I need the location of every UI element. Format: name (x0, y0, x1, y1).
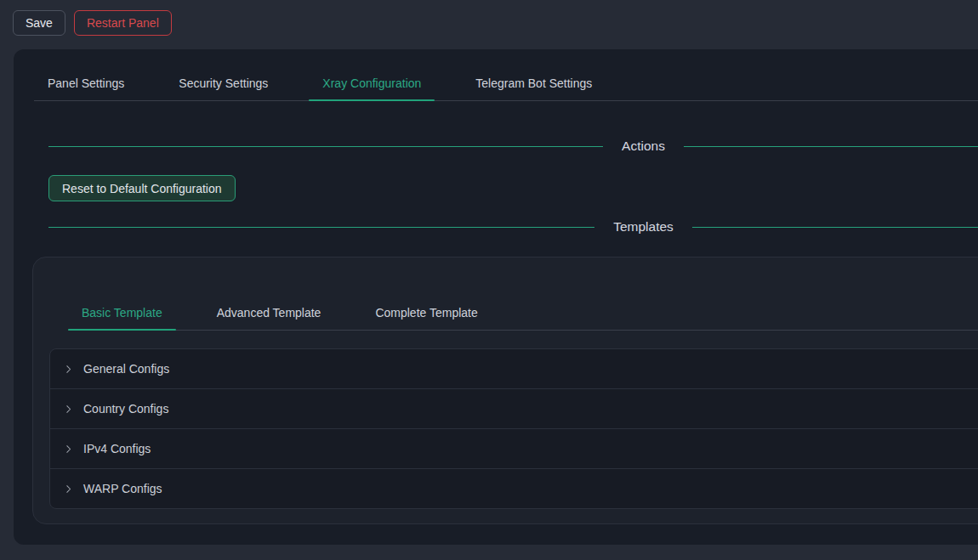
collapse-ipv4-configs[interactable]: IPv4 Configs (50, 429, 978, 469)
collapse-label: Country Configs (83, 402, 168, 416)
templates-divider: Templates (48, 217, 978, 237)
tab-panel-settings[interactable]: Panel Settings (34, 67, 138, 100)
topbar: Save Restart Panel (13, 10, 172, 36)
tab-security-settings[interactable]: Security Settings (165, 67, 281, 100)
tab-complete-template[interactable]: Complete Template (361, 297, 491, 330)
tab-advanced-template[interactable]: Advanced Template (203, 297, 335, 330)
save-button[interactable]: Save (13, 10, 65, 36)
chevron-right-icon (64, 444, 73, 454)
tab-xray-configuration[interactable]: Xray Configuration (309, 67, 435, 100)
restart-panel-button[interactable]: Restart Panel (74, 10, 172, 36)
actions-divider-label: Actions (603, 139, 684, 154)
collapse-country-configs[interactable]: Country Configs (50, 389, 978, 429)
divider-line-left (48, 227, 594, 228)
chevron-right-icon (64, 365, 73, 374)
chevron-right-icon (64, 404, 73, 414)
collapse-label: WARP Configs (83, 482, 162, 495)
reset-default-config-button[interactable]: Reset to Default Configuration (48, 175, 236, 201)
collapse-label: IPv4 Configs (83, 442, 151, 455)
collapse-general-configs[interactable]: General Configs (50, 349, 978, 389)
config-collapse: General Configs Country Configs IPv4 Con… (49, 348, 978, 509)
template-tabs: Basic Template Advanced Template Complet… (68, 297, 978, 331)
settings-tabs: Panel Settings Security Settings Xray Co… (34, 67, 978, 101)
templates-card: Basic Template Advanced Template Complet… (32, 257, 978, 524)
collapse-label: General Configs (83, 362, 169, 376)
divider-line-left (48, 146, 603, 147)
divider-line-right (692, 227, 978, 228)
tab-telegram-bot-settings[interactable]: Telegram Bot Settings (462, 67, 606, 100)
divider-line-right (684, 146, 978, 147)
chevron-right-icon (64, 484, 73, 494)
settings-card: Panel Settings Security Settings Xray Co… (14, 49, 978, 545)
collapse-warp-configs[interactable]: WARP Configs (50, 469, 978, 508)
templates-divider-label: Templates (594, 219, 692, 235)
actions-divider: Actions (48, 136, 978, 156)
tab-basic-template[interactable]: Basic Template (68, 297, 176, 330)
